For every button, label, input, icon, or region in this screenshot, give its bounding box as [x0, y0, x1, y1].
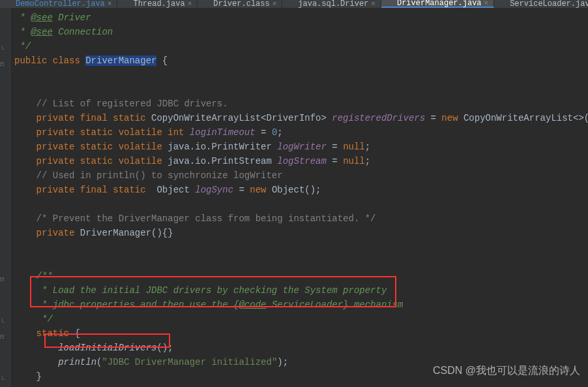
code-area[interactable]: * @see Driver * @see Connection */ publi… [10, 8, 588, 387]
fold-end-icon[interactable] [0, 374, 6, 380]
fold-minus-icon[interactable] [0, 331, 6, 337]
tab-java-sql-driver[interactable]: java.sql.Driver× [282, 0, 381, 8]
tab-drivermanager[interactable]: DriverManager.java× [381, 0, 494, 8]
watermark: CSDN @我也可以是流浪的诗人 [433, 364, 580, 378]
code-editor[interactable]: * @see Driver * @see Connection */ publi… [0, 8, 588, 387]
fold-end-icon[interactable] [0, 317, 6, 322]
tab-driver-class[interactable]: Driver.class× [198, 0, 282, 8]
tab-serviceloader[interactable]: ServiceLoader.java× [494, 0, 588, 8]
fold-end-icon[interactable] [0, 44, 6, 50]
fold-minus-icon[interactable] [0, 58, 6, 64]
gutter [0, 8, 10, 387]
tab-thread[interactable]: Thread.java× [117, 0, 198, 8]
tab-democontroller[interactable]: DemoController.java× [0, 0, 117, 8]
fold-minus-icon[interactable] [0, 273, 6, 279]
editor-tabs: DemoController.java× Thread.java× Driver… [0, 0, 588, 8]
